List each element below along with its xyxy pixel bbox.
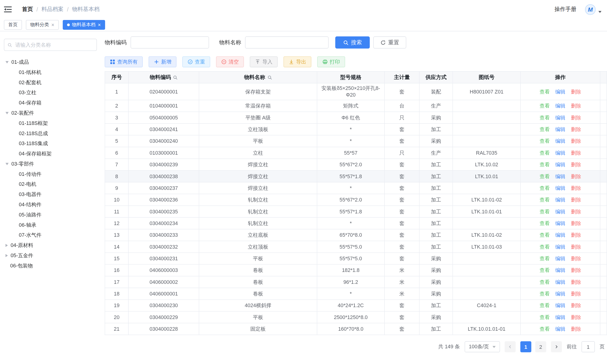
edit-link[interactable]: 编辑 <box>555 279 566 285</box>
table-row[interactable]: 70304000239焊接立柱55*67*2.0套加工LTK.10.02查看编辑… <box>105 159 607 170</box>
tree-node[interactable]: 04-原材料 <box>4 240 97 250</box>
close-icon[interactable]: × <box>98 22 101 27</box>
print-button[interactable]: 打印 <box>317 56 345 67</box>
next-page-button[interactable] <box>551 341 562 352</box>
view-link[interactable]: 查看 <box>539 103 550 109</box>
view-link[interactable]: 查看 <box>539 291 550 297</box>
delete-link[interactable]: 删除 <box>571 173 581 179</box>
caret-down-icon[interactable] <box>5 61 9 64</box>
search-icon[interactable] <box>173 75 178 80</box>
delete-link[interactable]: 删除 <box>571 303 581 309</box>
edit-link[interactable]: 编辑 <box>555 209 566 215</box>
view-link[interactable]: 查看 <box>539 303 550 309</box>
view-link[interactable]: 查看 <box>539 256 550 261</box>
tab-material-master[interactable]: 物料基本档 × <box>63 20 105 30</box>
edit-link[interactable]: 编辑 <box>555 303 566 309</box>
view-link[interactable]: 查看 <box>539 115 550 121</box>
view-link[interactable]: 查看 <box>539 326 550 332</box>
manual-link[interactable]: 操作手册 <box>554 6 576 13</box>
tree-node-child[interactable]: 01-纸杯机 <box>4 67 97 78</box>
view-link[interactable]: 查看 <box>539 185 550 191</box>
delete-link[interactable]: 删除 <box>571 150 581 156</box>
edit-link[interactable]: 编辑 <box>555 138 566 144</box>
caret-right-icon[interactable] <box>5 244 8 247</box>
breadcrumb-home[interactable]: 首页 <box>22 6 33 13</box>
page-button-2[interactable]: 2 <box>535 341 546 352</box>
table-row[interactable]: 90304000237焊接立柱*套加工查看编辑删除 <box>105 182 607 194</box>
user-menu-caret-icon[interactable] <box>598 11 602 13</box>
delete-link[interactable]: 删除 <box>571 314 581 320</box>
delete-link[interactable]: 删除 <box>571 291 581 297</box>
view-link[interactable]: 查看 <box>539 244 550 250</box>
query-all-button[interactable]: 查询所有 <box>105 56 143 67</box>
edit-link[interactable]: 编辑 <box>555 150 566 156</box>
table-row[interactable]: 20104000001常温保存箱矩阵式台生产查看编辑删除 <box>105 100 607 112</box>
tree-node-child[interactable]: 05-油路件 <box>4 210 97 220</box>
view-link[interactable]: 查看 <box>539 126 550 132</box>
edit-link[interactable]: 编辑 <box>555 256 566 261</box>
edit-link[interactable]: 编辑 <box>555 89 566 95</box>
delete-link[interactable]: 删除 <box>571 197 581 203</box>
view-link[interactable]: 查看 <box>539 279 550 285</box>
table-row[interactable]: 140304000232立柱顶板55*57*5.0套加工LTK.10.01-03… <box>105 241 607 253</box>
col-code[interactable]: 物料编码 <box>128 71 199 83</box>
view-link[interactable]: 查看 <box>539 267 550 273</box>
tree-node-child[interactable]: 07-水气件 <box>4 230 97 240</box>
material-name-input[interactable] <box>245 36 329 49</box>
edit-link[interactable]: 编辑 <box>555 185 566 191</box>
table-row[interactable]: 120304000234轧制立柱*套加工查看编辑删除 <box>105 218 607 229</box>
page-button-1[interactable]: 1 <box>520 341 531 352</box>
reset-button[interactable]: 重置 <box>373 36 406 49</box>
tree-node-child[interactable]: 03-立柱 <box>4 88 97 98</box>
tree-node-child[interactable]: 03-118S集成 <box>4 139 97 149</box>
table-row[interactable]: 30504000005平垫圈 A级Φ6 红色只采购查看编辑删除 <box>105 112 607 123</box>
delete-link[interactable]: 删除 <box>571 209 581 215</box>
tab-material-category[interactable]: 物料分类 × <box>26 20 59 30</box>
edit-link[interactable]: 编辑 <box>555 244 566 250</box>
delete-link[interactable]: 删除 <box>571 267 581 273</box>
delete-link[interactable]: 删除 <box>571 326 581 332</box>
search-icon[interactable] <box>267 75 272 80</box>
export-button[interactable]: 导出 <box>284 56 311 67</box>
tree-node[interactable]: 01-成品 <box>4 57 97 67</box>
view-link[interactable]: 查看 <box>539 162 550 168</box>
tree-node-child[interactable]: 04-结构件 <box>4 200 97 210</box>
table-row[interactable]: 60103000001立柱55*57只生产RAL7035查看编辑删除 <box>105 147 607 159</box>
edit-link[interactable]: 编辑 <box>555 115 566 121</box>
tree-node-child[interactable]: 04-保存箱框架 <box>4 149 97 159</box>
table-row[interactable]: 40304000241立柱顶板*套加工查看编辑删除 <box>105 123 607 135</box>
edit-link[interactable]: 编辑 <box>555 267 566 273</box>
view-link[interactable]: 查看 <box>539 232 550 238</box>
view-link[interactable]: 查看 <box>539 89 550 95</box>
page-size-select[interactable]: 100条/页 <box>465 341 500 352</box>
delete-link[interactable]: 删除 <box>571 279 581 285</box>
table-row[interactable]: 150304000231平板55*57*5.0套采购查看编辑删除 <box>105 253 607 264</box>
edit-link[interactable]: 编辑 <box>555 197 566 203</box>
tree-node-child[interactable]: 02-配套机 <box>4 78 97 88</box>
tree-node[interactable]: 05-五金件 <box>4 250 97 261</box>
table-row[interactable]: 210304000228固定板160*70*8.0套加工LTK.10.01.01… <box>105 323 607 335</box>
table-row[interactable]: 10204000001保存箱支架安装板δ5×250×210开孔8-Φ20套装配H… <box>105 83 607 100</box>
delete-link[interactable]: 删除 <box>571 103 581 109</box>
view-link[interactable]: 查看 <box>539 314 550 320</box>
edit-link[interactable]: 编辑 <box>555 173 566 179</box>
material-code-input[interactable] <box>131 36 209 49</box>
delete-link[interactable]: 删除 <box>571 244 581 250</box>
edit-link[interactable]: 编辑 <box>555 232 566 238</box>
edit-link[interactable]: 编辑 <box>555 103 566 109</box>
category-search-input[interactable] <box>14 41 93 48</box>
edit-link[interactable]: 编辑 <box>555 291 566 297</box>
view-link[interactable]: 查看 <box>539 150 550 156</box>
search-button[interactable]: 搜索 <box>335 36 370 49</box>
view-link[interactable]: 查看 <box>539 209 550 215</box>
delete-link[interactable]: 删除 <box>571 220 581 226</box>
table-row[interactable]: 50304000240平板*套采购查看编辑删除 <box>105 135 607 147</box>
delete-link[interactable]: 删除 <box>571 162 581 168</box>
close-icon[interactable]: × <box>52 22 54 27</box>
collapse-menu-icon[interactable] <box>4 6 12 13</box>
table-row[interactable]: 200304000229平板2500*1250*8.0套采购查看编辑删除 <box>105 312 607 323</box>
table-row[interactable]: 100304000236轧制立柱55*67*2.0套加工LTK.10.01-02… <box>105 194 607 206</box>
delete-link[interactable]: 删除 <box>571 185 581 191</box>
delete-link[interactable]: 删除 <box>571 138 581 144</box>
view-link[interactable]: 查看 <box>539 197 550 203</box>
